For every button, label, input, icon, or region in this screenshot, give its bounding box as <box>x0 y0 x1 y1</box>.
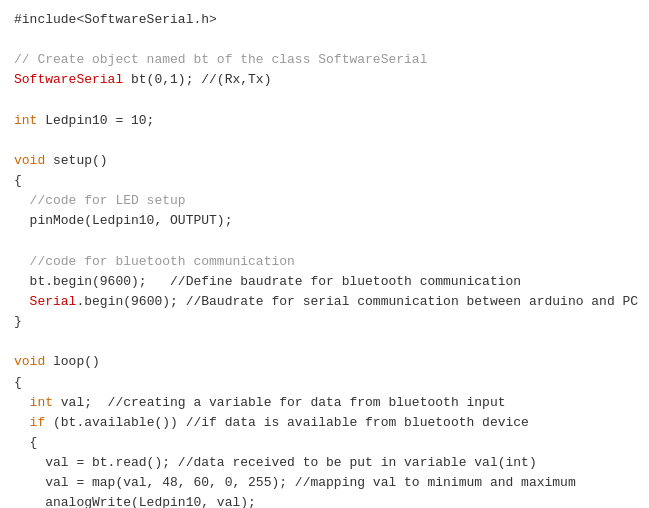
code-token: pinMode(Ledpin10, OUTPUT); <box>14 213 232 228</box>
code-line <box>14 332 635 352</box>
code-line: //code for LED setup <box>14 191 635 211</box>
code-token: int <box>30 395 53 410</box>
code-token: // Create object named bt of the class S… <box>14 52 427 67</box>
code-token: .begin(9600); //Baudrate for serial comm… <box>76 294 638 309</box>
code-token: bt(0,1); //(Rx,Tx) <box>123 72 271 87</box>
code-line: //code for bluetooth communication <box>14 252 635 272</box>
code-line: { <box>14 373 635 393</box>
code-line: { <box>14 433 635 453</box>
code-token <box>14 415 30 430</box>
code-token: int <box>14 113 37 128</box>
code-token: val; //creating a variable for data from… <box>53 395 505 410</box>
code-token: void <box>14 354 45 369</box>
code-line: val = bt.read(); //data received to be p… <box>14 453 635 473</box>
code-token: void <box>14 153 45 168</box>
code-line: SoftwareSerial bt(0,1); //(Rx,Tx) <box>14 70 635 90</box>
code-line: pinMode(Ledpin10, OUTPUT); <box>14 211 635 231</box>
code-token: loop() <box>45 354 100 369</box>
code-token: val = bt.read(); //data received to be p… <box>14 455 537 470</box>
code-line: Serial.begin(9600); //Baudrate for seria… <box>14 292 635 312</box>
code-token: #include<SoftwareSerial.h> <box>14 12 217 27</box>
code-line: // Create object named bt of the class S… <box>14 50 635 70</box>
code-token: Serial <box>14 294 76 309</box>
code-line: { <box>14 171 635 191</box>
code-line <box>14 131 635 151</box>
code-token: setup() <box>45 153 107 168</box>
code-token: { <box>14 435 37 450</box>
code-editor: #include<SoftwareSerial.h> // Create obj… <box>0 0 649 508</box>
code-line: int Ledpin10 = 10; <box>14 111 635 131</box>
code-token: analogWrite(Ledpin10, val); <box>14 495 256 508</box>
code-line: bt.begin(9600); //Define baudrate for bl… <box>14 272 635 292</box>
code-line: if (bt.available()) //if data is availab… <box>14 413 635 433</box>
code-line: void loop() <box>14 352 635 372</box>
code-token: { <box>14 173 22 188</box>
code-content: #include<SoftwareSerial.h> // Create obj… <box>14 10 635 508</box>
code-line <box>14 30 635 50</box>
code-token <box>14 395 30 410</box>
code-line: } <box>14 312 635 332</box>
code-line <box>14 232 635 252</box>
code-token: val = map(val, 48, 60, 0, 255); //mappin… <box>14 475 576 490</box>
code-line: int val; //creating a variable for data … <box>14 393 635 413</box>
code-token: if <box>30 415 46 430</box>
code-line: void setup() <box>14 151 635 171</box>
code-token: Ledpin10 = 10; <box>37 113 154 128</box>
code-token: (bt.available()) //if data is available … <box>45 415 529 430</box>
code-token: } <box>14 314 22 329</box>
code-line <box>14 91 635 111</box>
code-token: SoftwareSerial <box>14 72 123 87</box>
code-token: //code for LED setup <box>14 193 186 208</box>
code-line: val = map(val, 48, 60, 0, 255); //mappin… <box>14 473 635 493</box>
code-token: //code for bluetooth communication <box>14 254 295 269</box>
code-token: bt.begin(9600); //Define baudrate for bl… <box>14 274 521 289</box>
code-line: analogWrite(Ledpin10, val); <box>14 493 635 508</box>
code-line: #include<SoftwareSerial.h> <box>14 10 635 30</box>
code-token: { <box>14 375 22 390</box>
